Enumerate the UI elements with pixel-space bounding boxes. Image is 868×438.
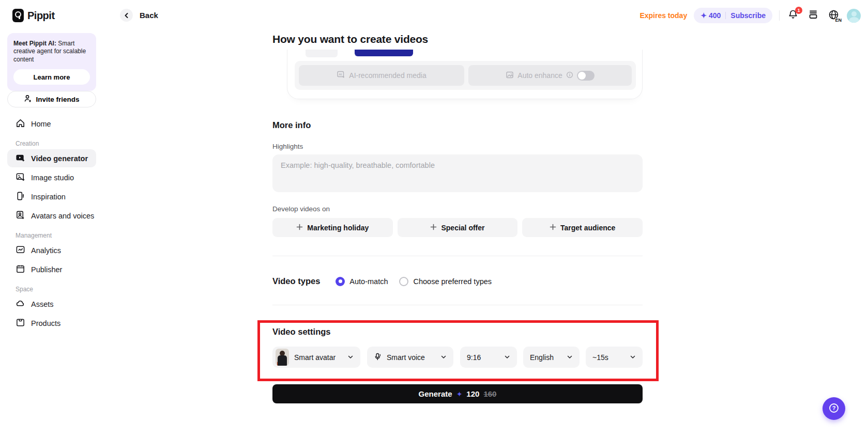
ai-recommended-media-button[interactable]: AI AI-recommended media	[299, 65, 464, 86]
duration-dropdown[interactable]: ~15s	[586, 347, 643, 368]
sidebar-item-home[interactable]: Home	[7, 115, 96, 133]
cloud-icon	[16, 299, 25, 310]
develop-options-row: Marketing holiday Special offer Target a…	[272, 218, 643, 237]
sidebar-item-video-generator[interactable]: Video generator	[7, 149, 96, 167]
sidebar-nav: Home Creation Video generator Image stud…	[7, 115, 96, 333]
generate-original-cost: 160	[483, 389, 496, 398]
nav-section-creation: Creation	[16, 140, 96, 147]
notification-badge: 1	[795, 7, 802, 14]
toggle-knob	[578, 72, 586, 80]
radio-selected-icon[interactable]	[336, 277, 345, 286]
subscribe-button[interactable]: Subscribe	[730, 11, 766, 20]
highlights-input[interactable]	[272, 154, 643, 192]
radio-label: Choose preferred types	[413, 277, 492, 286]
learn-more-button[interactable]: Learn more	[13, 69, 90, 85]
cropped-active-tab-fragment	[355, 50, 413, 56]
notifications-button[interactable]: 1	[786, 9, 800, 22]
auto-enhance-toggle[interactable]	[577, 71, 595, 81]
diamond-icon: ✦	[701, 11, 707, 20]
develop-option-label: Marketing holiday	[307, 224, 369, 232]
video-types-title: Video types	[272, 276, 320, 286]
credits-pill[interactable]: ✦400 Subscribe	[694, 8, 772, 23]
aspect-ratio-dropdown[interactable]: 9:16	[460, 347, 517, 368]
main-content: How you want to create videos AI AI-reco…	[272, 0, 643, 438]
section-divider	[272, 256, 643, 256]
add-target-audience-button[interactable]: Target audience	[522, 218, 643, 237]
more-info-title: More info	[272, 120, 311, 130]
phone-icon	[16, 191, 25, 202]
chevron-down-icon	[630, 353, 636, 362]
sidebar-item-assets[interactable]: Assets	[7, 295, 96, 313]
pippit-logo[interactable]: Pippit	[12, 9, 55, 22]
cropped-tab-fragment	[306, 50, 338, 57]
video-types-row: Video types Auto-match Choose preferred …	[272, 276, 492, 286]
sidebar-item-label: Assets	[31, 300, 54, 308]
plus-icon	[296, 224, 303, 232]
promo-card: Meet Pippit AI: Smart creative agent for…	[7, 33, 96, 91]
smart-voice-dropdown[interactable]: Smart voice	[367, 347, 453, 368]
sidebar-item-products[interactable]: Products	[7, 314, 96, 332]
radio-unselected-icon[interactable]	[399, 277, 408, 286]
home-icon	[16, 118, 25, 130]
plus-icon	[550, 224, 556, 232]
language-dropdown[interactable]: English	[523, 347, 580, 368]
sidebar-item-label: Analytics	[31, 246, 61, 255]
language-button[interactable]: EN	[827, 9, 840, 22]
svg-text:?: ?	[832, 405, 836, 411]
video-generator-icon	[16, 153, 25, 164]
develop-videos-label: Develop videos on	[272, 205, 330, 213]
printer-button[interactable]	[806, 9, 820, 22]
sidebar-item-label: Products	[31, 319, 60, 327]
generate-label: Generate	[419, 389, 452, 398]
avatar-card-icon	[16, 210, 25, 222]
sidebar-item-label: Image studio	[31, 174, 74, 182]
dropdown-value: ~15s	[592, 353, 608, 362]
chevron-down-icon	[504, 353, 510, 362]
invite-friends-label: Invite friends	[36, 96, 79, 103]
help-button[interactable]: ?	[823, 397, 845, 420]
generate-button[interactable]: Generate ✦ 120 160	[272, 384, 643, 403]
nav-section-space: Space	[16, 286, 96, 293]
expires-badge: Expires today	[639, 11, 687, 20]
back-label: Back	[140, 11, 158, 20]
sidebar-item-label: Home	[31, 120, 51, 128]
auto-enhance-button[interactable]: Auto enhance	[468, 65, 632, 86]
develop-option-label: Target audience	[560, 224, 615, 232]
user-avatar[interactable]	[847, 9, 861, 23]
develop-option-label: Special offer	[441, 224, 484, 232]
pill-divider	[725, 12, 726, 19]
nav-section-management: Management	[16, 232, 96, 239]
sidebar-item-avatars-voices[interactable]: Avatars and voices	[7, 207, 96, 225]
video-type-choose-preferred[interactable]: Choose preferred types	[399, 277, 492, 286]
media-card: AI AI-recommended media Auto enhance	[287, 50, 643, 99]
generate-cost: 120	[466, 389, 479, 398]
sidebar-item-label: Inspiration	[31, 193, 66, 201]
media-panel: AI AI-recommended media Auto enhance	[295, 61, 636, 90]
invite-friends-button[interactable]: Invite friends	[7, 91, 96, 107]
analytics-icon	[16, 245, 25, 256]
sidebar-item-label: Publisher	[31, 265, 62, 274]
auto-enhance-label: Auto enhance	[517, 71, 562, 80]
video-type-auto-match[interactable]: Auto-match	[336, 277, 388, 286]
back-button[interactable]: Back	[120, 9, 158, 22]
section-divider	[272, 305, 643, 305]
sidebar-item-analytics[interactable]: Analytics	[7, 241, 96, 259]
sidebar-item-inspiration[interactable]: Inspiration	[7, 187, 96, 206]
image-icon	[506, 71, 514, 81]
add-special-offer-button[interactable]: Special offer	[398, 218, 518, 237]
ai-media-icon: AI	[337, 70, 345, 81]
plus-icon	[430, 224, 437, 232]
sidebar-item-publisher[interactable]: Publisher	[7, 260, 96, 278]
add-marketing-holiday-button[interactable]: Marketing holiday	[272, 218, 393, 237]
smart-avatar-dropdown[interactable]: Smart avatar	[272, 347, 360, 368]
highlights-label: Highlights	[272, 143, 303, 150]
diamond-icon: ✦	[456, 390, 463, 398]
radio-label: Auto-match	[349, 277, 388, 286]
chevron-down-icon	[440, 353, 447, 362]
chevron-left-icon	[120, 9, 133, 22]
sidebar-item-image-studio[interactable]: Image studio	[7, 168, 96, 186]
svg-text:AI: AI	[339, 73, 342, 76]
language-code: EN	[835, 18, 842, 23]
ai-media-label: AI-recommended media	[349, 71, 426, 80]
dropdown-value: English	[530, 353, 554, 362]
